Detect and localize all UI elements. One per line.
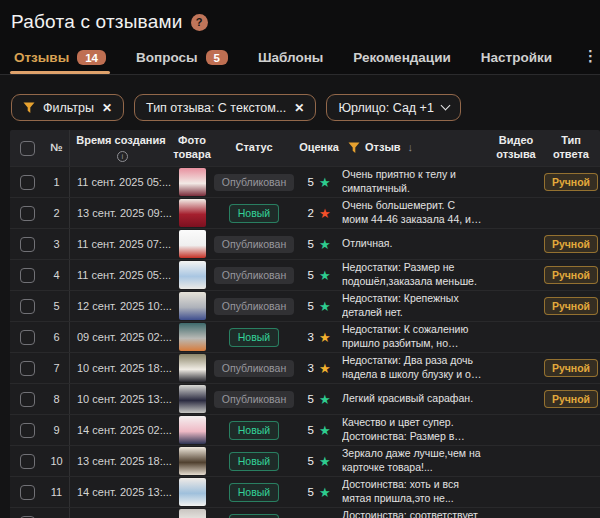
rating-value: 5 <box>307 486 313 498</box>
info-icon[interactable]: i <box>117 151 128 162</box>
status-cell: Новый <box>212 483 296 502</box>
status-cell: Новый <box>212 421 296 440</box>
rating-value: 5 <box>307 269 313 281</box>
col-created-label: Время создания <box>76 134 165 146</box>
chevron-down-icon[interactable] <box>440 101 450 111</box>
status-badge: Опубликован <box>214 360 294 377</box>
row-checkbox[interactable] <box>20 454 35 469</box>
table-row[interactable]: 1114 сент. 2025 13:...Новый5★Достоинства… <box>10 476 600 507</box>
table-row[interactable]: 311 сент. 2025 07:...Опубликован5★Отличн… <box>10 228 600 259</box>
filter-chip[interactable]: Фильтры✕ <box>11 94 124 121</box>
tab-Шаблоны[interactable]: Шаблоны <box>257 48 324 74</box>
tab-count-badge: 5 <box>206 50 228 65</box>
table-row[interactable]: 810 сент. 2025 13:...Опубликован5★Легкий… <box>10 383 600 414</box>
select-all-checkbox[interactable] <box>20 141 35 156</box>
product-photo[interactable] <box>179 478 206 506</box>
star-icon: ★ <box>319 207 331 220</box>
row-select-cell <box>10 237 44 252</box>
rating-value: 2 <box>307 207 313 219</box>
product-photo[interactable] <box>179 261 206 289</box>
created-date: 11 сент. 2025 05:... <box>70 269 172 281</box>
filter-chip[interactable]: Юрлицо: Сад +1 <box>326 94 460 121</box>
answer-type-badge: Ручной <box>544 390 598 408</box>
row-select-cell <box>10 299 44 314</box>
row-select-cell <box>10 361 44 376</box>
col-created: Время созданияi <box>70 134 172 162</box>
answer-type-cell: Ручной <box>542 173 600 191</box>
row-checkbox[interactable] <box>20 268 35 283</box>
product-photo[interactable] <box>179 199 206 227</box>
tab-Отзывы[interactable]: Отзывы14 <box>13 48 107 74</box>
answer-type-cell: Ручной <box>542 235 600 253</box>
rating-cell: 2★ <box>296 207 342 220</box>
row-number: 4 <box>44 260 70 290</box>
table-row[interactable]: 1013 сент. 2025 18:...Новый5★Зеркало даж… <box>10 445 600 476</box>
table-row[interactable]: 1215 сент. 2025 08:...Новый5★Достоинства… <box>10 507 600 518</box>
tab-Настройки[interactable]: Настройки <box>480 48 553 74</box>
rating-cell: 5★ <box>296 486 342 499</box>
review-text: Качество и цвет супер. Достоинства: Разм… <box>342 416 490 443</box>
table-row[interactable]: 609 сент. 2025 02:...Новый3★Недостатки: … <box>10 321 600 352</box>
product-photo[interactable] <box>179 416 206 444</box>
row-checkbox[interactable] <box>20 206 35 221</box>
answer-type-cell: Ручной <box>542 266 600 284</box>
row-checkbox[interactable] <box>20 175 35 190</box>
status-badge: Новый <box>229 514 279 518</box>
product-photo[interactable] <box>179 323 206 351</box>
product-photo[interactable] <box>179 230 206 258</box>
filter-chip-label: Фильтры <box>43 101 94 115</box>
product-photo[interactable] <box>179 354 206 382</box>
tab-label: Вопросы <box>136 50 198 65</box>
row-select-cell <box>10 206 44 221</box>
close-icon[interactable]: ✕ <box>102 102 112 114</box>
rating-cell: 5★ <box>296 424 342 437</box>
table-row[interactable]: 111 сент. 2025 05:...Опубликован5★Очень … <box>10 166 600 197</box>
product-photo[interactable] <box>179 292 206 320</box>
funnel-icon <box>348 142 360 154</box>
row-checkbox[interactable] <box>20 361 35 376</box>
col-num: № <box>44 130 70 166</box>
row-number: 1 <box>44 167 70 197</box>
star-icon: ★ <box>319 238 331 251</box>
table-row[interactable]: 512 сент. 2025 10:...Опубликован5★Недост… <box>10 290 600 321</box>
created-date: 10 сент. 2025 18:... <box>70 362 172 374</box>
review-text: Очень приятно к телу и симпатичный. <box>342 168 490 195</box>
tab-count-badge: 14 <box>77 50 106 65</box>
col-review-label: Отзыв <box>365 141 401 155</box>
answer-type-cell: Ручной <box>542 359 600 377</box>
close-icon[interactable]: ✕ <box>294 102 304 114</box>
product-photo[interactable] <box>179 447 206 475</box>
row-checkbox[interactable] <box>20 237 35 252</box>
row-number: 9 <box>44 415 70 445</box>
table-row[interactable]: 914 сент. 2025 02:...Новый5★Качество и ц… <box>10 414 600 445</box>
table-row[interactable]: 411 сент. 2025 05:...Опубликован5★Недост… <box>10 259 600 290</box>
table-row[interactable]: 710 сент. 2025 18:...Опубликован3★Недост… <box>10 352 600 383</box>
star-icon: ★ <box>319 176 331 189</box>
star-icon: ★ <box>319 300 331 313</box>
tab-label: Рекомендации <box>353 50 450 65</box>
tab-label: Отзывы <box>14 50 69 65</box>
product-photo[interactable] <box>179 509 206 518</box>
photo-cell <box>172 478 212 506</box>
review-text: Достоинства: соответствует фото и описан… <box>342 509 490 518</box>
filter-chip[interactable]: Тип отзыва: С текстом...✕ <box>134 94 316 121</box>
table-row[interactable]: 213 сент. 2025 09:...Новый2★Очень больше… <box>10 197 600 228</box>
help-icon[interactable]: ? <box>191 14 208 31</box>
rating-value: 5 <box>307 238 313 250</box>
tab-Вопросы[interactable]: Вопросы5 <box>135 48 229 74</box>
answer-type-badge: Ручной <box>544 173 598 191</box>
col-review[interactable]: Отзыв ↓ <box>342 141 490 155</box>
row-select-cell <box>10 454 44 469</box>
product-photo[interactable] <box>179 385 206 413</box>
photo-cell <box>172 292 212 320</box>
row-checkbox[interactable] <box>20 485 35 500</box>
row-checkbox[interactable] <box>20 423 35 438</box>
row-checkbox[interactable] <box>20 299 35 314</box>
product-photo[interactable] <box>179 168 206 196</box>
rating-cell: 5★ <box>296 238 342 251</box>
more-menu-icon[interactable]: ⋮ <box>581 47 600 74</box>
tab-Рекомендации[interactable]: Рекомендации <box>352 48 451 74</box>
created-date: 10 сент. 2025 13:... <box>70 393 172 405</box>
row-checkbox[interactable] <box>20 330 35 345</box>
row-checkbox[interactable] <box>20 392 35 407</box>
